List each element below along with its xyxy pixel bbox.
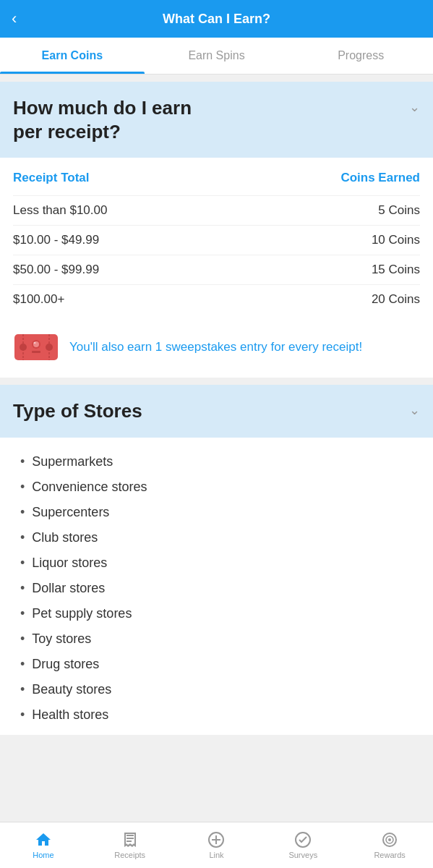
receipts-icon	[121, 831, 139, 848]
content-area: How much do I earnper receipt? ⌄ Receipt…	[0, 82, 433, 786]
stores-section-header[interactable]: Type of Stores ⌄	[0, 385, 433, 438]
list-item: • Convenience stores	[20, 475, 420, 500]
bullet-icon: •	[20, 581, 25, 596]
nav-home-label: Home	[33, 851, 53, 859]
bullet-icon: •	[20, 606, 25, 621]
receipt-section-chevron: ⌄	[409, 99, 420, 115]
bullet-icon: •	[20, 682, 25, 697]
nav-receipts[interactable]: Receipts	[87, 822, 173, 868]
col-coins-earned: Coins Earned	[340, 171, 420, 185]
nav-surveys-label: Surveys	[288, 851, 317, 859]
list-item: • Pet supply stores	[20, 601, 420, 626]
list-item: • Liquor stores	[20, 550, 420, 576]
list-item: • Club stores	[20, 525, 420, 550]
home-icon	[35, 831, 52, 848]
table-row: $100.00+ 20 Coins	[13, 284, 420, 314]
col-receipt-total: Receipt Total	[13, 171, 89, 185]
list-item: • Dollar stores	[20, 576, 420, 601]
sweepstakes-text: You'll also earn 1 sweepstakes entry for…	[69, 339, 362, 356]
back-button[interactable]: ‹	[12, 9, 17, 28]
table-row: $10.00 - $49.99 10 Coins	[13, 225, 420, 255]
sweepstakes-banner: You'll also earn 1 sweepstakes entry for…	[0, 321, 433, 378]
bullet-icon: •	[20, 657, 25, 672]
app-header: ‹ What Can I Earn?	[0, 0, 433, 38]
nav-link-label: Link	[209, 851, 223, 859]
tab-earn-coins[interactable]: Earn Coins	[0, 38, 145, 74]
svg-point-7	[34, 342, 36, 344]
stores-section-title: Type of Stores	[13, 399, 142, 423]
list-item: • Drug stores	[20, 652, 420, 677]
surveys-icon	[294, 831, 312, 848]
stores-section-chevron: ⌄	[409, 402, 420, 418]
nav-link[interactable]: Link	[173, 822, 260, 868]
stores-list: • Supermarkets • Convenience stores • Su…	[0, 438, 433, 735]
receipt-section-title: How much do I earnper receipt?	[13, 96, 192, 143]
list-item: • Beauty stores	[20, 677, 420, 702]
svg-rect-8	[32, 351, 40, 353]
svg-point-15	[388, 838, 391, 841]
nav-surveys[interactable]: Surveys	[260, 822, 346, 868]
nav-rewards-label: Rewards	[374, 851, 405, 859]
bullet-icon: •	[20, 454, 25, 469]
earnings-table: Receipt Total Coins Earned Less than $10…	[0, 158, 433, 321]
table-row: $50.00 - $99.99 15 Coins	[13, 255, 420, 284]
receipt-section-header[interactable]: How much do I earnper receipt? ⌄	[0, 82, 433, 158]
tab-bar: Earn Coins Earn Spins Progress	[0, 38, 433, 75]
list-item: • Supercenters	[20, 500, 420, 525]
bottom-nav: Home Receipts Link Surveys Rewards	[0, 822, 433, 868]
bullet-icon: •	[20, 505, 25, 520]
tab-progress[interactable]: Progress	[288, 38, 433, 74]
table-row: Less than $10.00 5 Coins	[13, 195, 420, 225]
table-header: Receipt Total Coins Earned	[13, 171, 420, 185]
list-item: • Health stores	[20, 702, 420, 728]
nav-home[interactable]: Home	[0, 822, 87, 868]
ticket-icon	[13, 331, 59, 363]
link-icon	[207, 831, 225, 848]
list-item: • Supermarkets	[20, 449, 420, 475]
list-item: • Toy stores	[20, 626, 420, 652]
bullet-icon: •	[20, 707, 25, 723]
tab-earn-spins[interactable]: Earn Spins	[145, 38, 289, 74]
bullet-icon: •	[20, 556, 25, 571]
rewards-icon	[381, 831, 398, 848]
bullet-icon: •	[20, 631, 25, 647]
nav-rewards[interactable]: Rewards	[346, 822, 433, 868]
page-title: What Can I Earn?	[163, 12, 270, 27]
bullet-icon: •	[20, 480, 25, 495]
bullet-icon: •	[20, 530, 25, 545]
nav-receipts-label: Receipts	[114, 851, 145, 859]
